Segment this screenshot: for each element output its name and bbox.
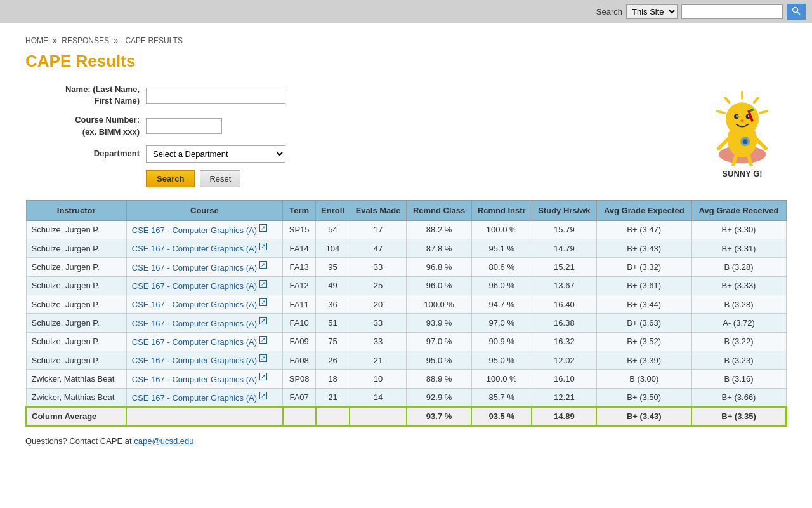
cell-term: FA12 bbox=[283, 276, 316, 295]
cell-rcmnd-instr: 97.0 % bbox=[471, 314, 532, 332]
department-select[interactable]: Select a Department bbox=[146, 145, 285, 163]
cell-avg-grade-rec: A- (3.72) bbox=[691, 314, 786, 332]
table-row: Schulze, Jurgen P. CSE 167 - Computer Gr… bbox=[26, 295, 786, 314]
cell-enroll: 36 bbox=[316, 295, 350, 314]
cell-enroll: 49 bbox=[316, 276, 350, 295]
cell-evals-made: 33 bbox=[350, 332, 407, 351]
cell-term: FA09 bbox=[283, 332, 316, 351]
cell-avg-grade-exp: B+ (3.44) bbox=[596, 295, 691, 314]
table-row: Schulze, Jurgen P. CSE 167 - Computer Gr… bbox=[26, 258, 786, 276]
cell-rcmnd-class: 95.0 % bbox=[407, 351, 471, 370]
col-header-course: Course bbox=[126, 200, 282, 220]
breadcrumb-current: CAPE RESULTS bbox=[125, 36, 182, 45]
cell-evals-made: 14 bbox=[350, 388, 407, 407]
svg-point-14 bbox=[740, 119, 744, 122]
course-link[interactable]: CSE 167 - Computer Graphics (A) ↗ bbox=[132, 244, 267, 253]
search-icon bbox=[792, 6, 801, 15]
cell-enroll: 18 bbox=[316, 370, 350, 388]
cell-course: CSE 167 - Computer Graphics (A) ↗ bbox=[126, 258, 282, 276]
cell-study-hrs: 16.38 bbox=[532, 314, 596, 332]
name-input[interactable] bbox=[146, 88, 285, 104]
cell-rcmnd-instr: 100.0 % bbox=[471, 370, 532, 388]
cell-course: CSE 167 - Computer Graphics (A) ↗ bbox=[126, 314, 282, 332]
cell-instructor: Schulze, Jurgen P. bbox=[26, 295, 126, 314]
cell-avg-grade-rec: B (3.28) bbox=[691, 295, 786, 314]
cell-term: FA07 bbox=[283, 388, 316, 407]
svg-line-6 bbox=[754, 98, 759, 102]
search-label: Search bbox=[596, 7, 622, 17]
cell-study-hrs: 16.10 bbox=[532, 370, 596, 388]
breadcrumb-responses[interactable]: RESPONSES bbox=[62, 36, 109, 45]
cell-instructor: Schulze, Jurgen P. bbox=[26, 351, 126, 370]
course-link[interactable]: CSE 167 - Computer Graphics (A) ↗ bbox=[132, 319, 267, 328]
cell-avg-grade-rec: B (3.22) bbox=[691, 332, 786, 351]
svg-point-22 bbox=[743, 139, 747, 144]
cell-avg-grade-exp: B+ (3.32) bbox=[596, 258, 691, 276]
search-scope-select[interactable]: This Site All Sites bbox=[626, 4, 678, 19]
top-search-bar: Search This Site All Sites bbox=[0, 0, 812, 23]
cell-course: CSE 167 - Computer Graphics (A) ↗ bbox=[126, 370, 282, 388]
cell-avg-grade-exp: B+ (3.39) bbox=[596, 351, 691, 370]
course-link[interactable]: CSE 167 - Computer Graphics (A) ↗ bbox=[132, 225, 267, 235]
cell-course: CSE 167 - Computer Graphics (A) ↗ bbox=[126, 220, 282, 239]
cell-evals-made: 33 bbox=[350, 314, 407, 332]
top-search-button[interactable] bbox=[787, 4, 806, 20]
contact-email-link[interactable]: cape@ucsd.edu bbox=[134, 436, 193, 446]
cell-col-avg-rcmnd-class: 93.7 % bbox=[407, 407, 471, 425]
col-header-rcmnd-instr: Rcmnd Instr bbox=[471, 200, 532, 220]
cell-rcmnd-instr: 80.6 % bbox=[471, 258, 532, 276]
svg-point-0 bbox=[793, 8, 798, 13]
contact-text: Questions? Contact CAPE at bbox=[25, 436, 132, 446]
col-header-evals-made: Evals Made bbox=[350, 200, 407, 220]
course-link[interactable]: CSE 167 - Computer Graphics (A) ↗ bbox=[132, 337, 267, 347]
cell-avg-grade-rec: B+ (3.30) bbox=[691, 220, 786, 239]
svg-line-7 bbox=[725, 98, 730, 102]
course-link[interactable]: CSE 167 - Computer Graphics (A) ↗ bbox=[132, 375, 267, 384]
cell-instructor: Schulze, Jurgen P. bbox=[26, 220, 126, 239]
col-header-instructor: Instructor bbox=[26, 200, 126, 220]
course-link[interactable]: CSE 167 - Computer Graphics (A) ↗ bbox=[132, 356, 267, 365]
col-header-rcmnd-class: Rcmnd Class bbox=[407, 200, 471, 220]
cell-avg-grade-rec: B (3.23) bbox=[691, 351, 786, 370]
table-row: Zwicker, Matthias Beat CSE 167 - Compute… bbox=[26, 388, 786, 407]
course-link[interactable]: CSE 167 - Computer Graphics (A) ↗ bbox=[132, 281, 267, 291]
course-number-row: Course Number:(ex. BIMM xxx) cse 167 bbox=[25, 114, 672, 137]
name-row: Name: (Last Name,First Name) bbox=[25, 84, 672, 107]
col-header-study-hrs: Study Hrs/wk bbox=[532, 200, 596, 220]
table-row: Schulze, Jurgen P. CSE 167 - Computer Gr… bbox=[26, 220, 786, 239]
department-row: Department Select a Department bbox=[25, 145, 672, 163]
breadcrumb-home[interactable]: HOME bbox=[25, 36, 48, 45]
course-link[interactable]: CSE 167 - Computer Graphics (A) ↗ bbox=[132, 393, 267, 403]
cell-enroll: 95 bbox=[316, 258, 350, 276]
cell-study-hrs: 16.40 bbox=[532, 295, 596, 314]
cell-study-hrs: 15.21 bbox=[532, 258, 596, 276]
cell-col-avg-study-hrs: 14.89 bbox=[532, 407, 596, 425]
cell-rcmnd-class: 100.0 % bbox=[407, 295, 471, 314]
reset-button[interactable]: Reset bbox=[200, 170, 240, 187]
table-header-row: Instructor Course Term Enroll Evals Made… bbox=[26, 200, 786, 220]
top-search-input[interactable] bbox=[681, 4, 783, 19]
course-number-input[interactable]: cse 167 bbox=[146, 118, 222, 134]
cell-avg-grade-exp: B+ (3.61) bbox=[596, 276, 691, 295]
name-input-wrapper bbox=[146, 88, 285, 104]
table-row: Schulze, Jurgen P. CSE 167 - Computer Gr… bbox=[26, 314, 786, 332]
breadcrumb-sep2: » bbox=[114, 36, 120, 45]
course-link[interactable]: CSE 167 - Computer Graphics (A) ↗ bbox=[132, 300, 267, 309]
course-link[interactable]: CSE 167 - Computer Graphics (A) ↗ bbox=[132, 263, 267, 272]
contact-line: Questions? Contact CAPE at cape@ucsd.edu bbox=[25, 436, 787, 446]
svg-point-12 bbox=[736, 115, 738, 117]
cell-instructor: Schulze, Jurgen P. bbox=[26, 332, 126, 351]
cell-rcmnd-class: 88.9 % bbox=[407, 370, 471, 388]
cell-col-avg-enroll bbox=[316, 407, 350, 425]
cell-instructor: Schulze, Jurgen P. bbox=[26, 276, 126, 295]
cell-enroll: 54 bbox=[316, 220, 350, 239]
search-button[interactable]: Search bbox=[146, 170, 195, 187]
cell-rcmnd-instr: 95.1 % bbox=[471, 239, 532, 258]
cell-avg-grade-exp: B (3.00) bbox=[596, 370, 691, 388]
cell-rcmnd-instr: 85.7 % bbox=[471, 388, 532, 407]
table-row: Zwicker, Matthias Beat CSE 167 - Compute… bbox=[26, 370, 786, 388]
cell-study-hrs: 14.79 bbox=[532, 239, 596, 258]
cell-term: FA13 bbox=[283, 258, 316, 276]
cell-rcmnd-class: 97.0 % bbox=[407, 332, 471, 351]
cell-avg-grade-exp: B+ (3.50) bbox=[596, 388, 691, 407]
